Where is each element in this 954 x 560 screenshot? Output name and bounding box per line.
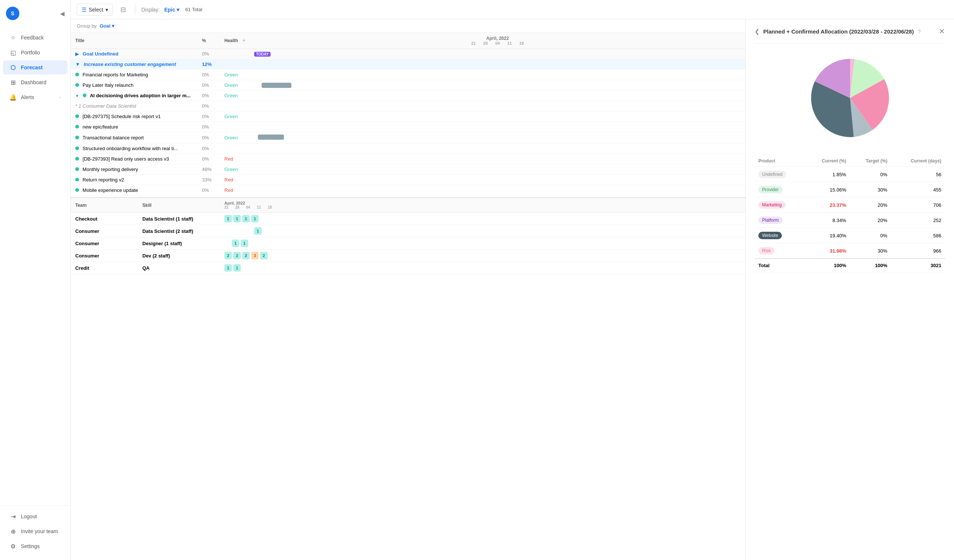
invite-icon: ⊕ [10,528,16,535]
team-nums-cell: 1 1 [220,237,745,250]
col-header-gantt: April, 2022 21 28 04 11 18 [250,33,745,49]
toolbar-divider [135,5,135,15]
alloc-total-current-pct: 100% [805,258,850,272]
team-nums-cell: 1 1 1 1 [220,213,745,225]
add-column-icon[interactable]: + [243,38,245,43]
alloc-row: Risk 31.98% 30% 966 [754,243,945,259]
alloc-col-current-pct: Current (%) [805,156,850,167]
row-pct-cell: 0% [198,122,220,132]
team-name-cell: Consumer [71,225,138,237]
select-button[interactable]: ☰ Select ▾ [77,4,113,16]
pie-chart-container [754,50,945,146]
panel-divider [754,43,945,44]
gantt-table: Title % Health + April, 2022 21 28 [71,33,745,196]
row-gantt-cell: TODAY [250,49,745,59]
allocation-badge: 1 [242,215,250,222]
sidebar-item-invite[interactable]: ⊕ Invite your team [3,524,67,538]
row-title-cell: new epic/feature [71,122,198,132]
status-dot [75,83,79,87]
row-title-cell: ▼ AI decisioning drives adoption in larg… [71,90,198,101]
close-icon[interactable]: ✕ [939,27,945,36]
status-dot [75,188,79,192]
alloc-total-label: Total [754,258,805,272]
sidebar-toggle-button[interactable]: ◀ [60,10,64,17]
team-row: Credit QA 1 1 [71,262,745,274]
select-icon: ☰ [82,6,86,13]
row-gantt-cell [250,185,745,196]
filter-button[interactable]: ⊟ [117,4,129,15]
status-dot [75,73,79,76]
allocation-badge: 1 [241,240,248,247]
collapse-icon[interactable]: ▼ [75,61,80,67]
allocation-badge: 1 [254,227,262,235]
row-health-cell [220,101,250,111]
allocation-badge: 2 [260,252,268,259]
row-gantt-cell [250,80,745,90]
status-dot [75,114,79,118]
team-skill-cell: Dev (2 staff) [138,250,220,262]
col-header-health: Health + [220,33,250,49]
team-skill-cell: Designer (1 staff) [138,237,220,250]
row-title-cell: Monthly reporting delivery [71,164,198,175]
col-header-skill: Skill [138,198,220,213]
settings-icon: ⚙ [10,543,16,549]
row-title-cell: Transactional balance report [71,132,198,143]
team-row: Consumer Data Scientist (2 staff) 1 [71,225,745,237]
group-by-value: Goal [100,23,110,29]
group-by-select[interactable]: Goal ▾ [100,23,114,29]
status-dot [75,135,79,139]
allocation-table: Product Current (%) Target (%) Current (… [754,156,945,272]
gantt-bar [262,83,292,88]
row-health-cell [220,49,250,59]
allocation-badge: 2 [224,252,232,259]
row-gantt-cell [250,143,745,154]
sidebar-item-forecast[interactable]: ⬡ Forecast [3,61,67,75]
team-name-cell: Consumer [71,250,138,262]
sidebar-item-settings[interactable]: ⚙ Settings [3,539,67,553]
app-logo: S [6,7,19,20]
row-health-cell: Green [220,80,250,90]
engagement-label: Increase existing customer engagement [84,61,176,67]
collapse-icon[interactable]: ▼ [75,94,79,98]
allocation-badge: 3 [251,252,259,259]
alloc-current-pct-cell: 1.85% [805,167,850,182]
sidebar-item-feedback[interactable]: ○ Feedback [3,31,67,45]
alloc-product-cell: Undefined [754,167,805,182]
alloc-current-days-cell: 252 [891,213,945,228]
select-label: Select [89,7,103,12]
col-header-gantt-dates: April, 2022 21 28 04 11 18 [220,198,745,213]
sidebar-item-label: Logout [21,513,37,520]
alloc-target-pct-cell: 30% [850,182,891,198]
status-dot [75,146,79,150]
table-row: [DB-297375] Schedule risk report v1 0% G… [71,111,745,122]
row-pct-cell: 0% [198,143,220,154]
display-value-button[interactable]: Epic ▾ [164,7,179,12]
row-pct-cell: 48% [198,164,220,175]
row-title-cell: Return reporting v2 [71,175,198,185]
alloc-row: Undefined 1.85% 0% 56 [754,167,945,182]
alloc-current-pct-cell: 19.40% [805,228,850,243]
sidebar-item-label: Portfolio [21,50,40,56]
row-gantt-cell [250,175,745,185]
team-nums-cell: 1 1 [220,262,745,274]
sidebar-item-logout[interactable]: ⇥ Logout [3,509,67,523]
alloc-col-target-pct: Target (%) [850,156,891,167]
sidebar-item-label: Dashboard [21,79,47,85]
team-name-cell: Checkout [71,213,138,225]
sidebar-item-dashboard[interactable]: ⊞ Dashboard [3,75,67,89]
product-badge: Provider [758,186,783,193]
help-icon[interactable]: ? [918,28,920,35]
portfolio-icon: ◱ [10,49,16,56]
panel-collapse-icon[interactable]: ❮ [754,28,759,35]
product-badge: Risk [758,247,775,255]
expand-icon[interactable]: ▶ [75,51,79,57]
row-gantt-cell [250,90,745,101]
group-by-label: Group by [77,23,97,29]
row-pct-cell: 33% [198,175,220,185]
alloc-target-pct-cell: 0% [850,228,891,243]
sidebar-item-portfolio[interactable]: ◱ Portfolio [3,45,67,60]
row-health-cell: Green [220,111,250,122]
alloc-current-days-cell: 455 [891,182,945,198]
alloc-product-cell: Risk [754,243,805,259]
sidebar-item-alerts[interactable]: 🔔 Alerts › [3,90,67,104]
